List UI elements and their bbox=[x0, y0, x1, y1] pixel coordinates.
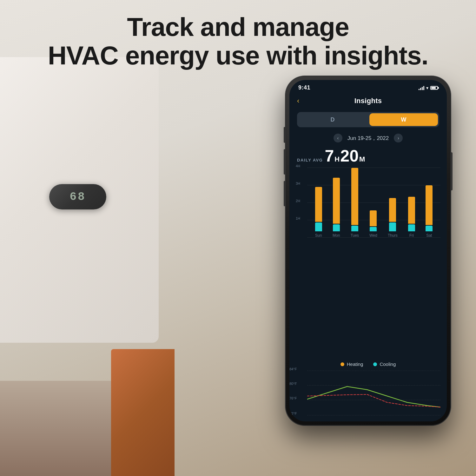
daily-avg-label: DAILY AVG bbox=[297, 158, 323, 162]
bar-cooling-sun bbox=[315, 222, 322, 231]
chart-legend: Heating Cooling bbox=[289, 358, 447, 371]
bar-label-wed: Wed bbox=[369, 233, 377, 238]
bar-heating-tues bbox=[351, 168, 358, 225]
heading-line2: HVAC energy use with insights. bbox=[48, 41, 428, 70]
legend-cooling: Cooling bbox=[373, 361, 396, 367]
battery-icon bbox=[430, 86, 438, 90]
bar-thurs: Thurs bbox=[388, 198, 398, 238]
bar-heating-thurs bbox=[389, 198, 396, 222]
bar-heating-fri bbox=[408, 197, 415, 224]
phone-button-volume-up bbox=[284, 149, 285, 175]
bar-fri: Fri bbox=[408, 197, 415, 238]
temp-chart-lines bbox=[307, 371, 440, 415]
phone-button-volume-down bbox=[284, 181, 285, 206]
bar-heating-sat bbox=[426, 185, 433, 225]
phone-body: 9:41 ▾ ‹ bbox=[286, 76, 451, 425]
bar-label-sat: Sat bbox=[426, 233, 432, 238]
bar-sat: Sat bbox=[426, 185, 433, 238]
daily-average: DAILY AVG 7 H 20 M bbox=[289, 146, 447, 168]
bar-sun: Sun bbox=[315, 187, 322, 238]
main-heading: Track and manage HVAC energy use with in… bbox=[0, 13, 476, 70]
bar-chart-container: 4H 3H 2H 1H bbox=[289, 168, 447, 358]
wifi-icon: ▾ bbox=[426, 85, 428, 90]
avg-hours-unit: H bbox=[334, 155, 340, 163]
bar-label-fri: Fri bbox=[409, 233, 414, 238]
status-icons: ▾ bbox=[419, 85, 438, 90]
back-button[interactable]: ‹ bbox=[297, 97, 299, 105]
bar-cooling-thurs bbox=[389, 222, 396, 231]
bar-cooling-sat bbox=[426, 226, 433, 231]
date-prev-button[interactable]: ‹ bbox=[334, 134, 342, 142]
app-content: ‹ Insights D W ‹ Jun 1 bbox=[289, 94, 447, 421]
phone-button-power bbox=[451, 152, 453, 190]
heating-label: Heating bbox=[347, 361, 363, 367]
bar-label-tues: Tues bbox=[351, 233, 359, 238]
legend-heating: Heating bbox=[340, 361, 363, 367]
cooling-dot bbox=[373, 362, 377, 366]
avg-hours-number: 7 bbox=[325, 148, 334, 164]
tab-week[interactable]: W bbox=[369, 113, 438, 126]
heating-dot bbox=[340, 362, 344, 366]
bar-label-sun: Sun bbox=[315, 233, 322, 238]
phone-button-mute bbox=[284, 127, 285, 143]
bar-cooling-tues bbox=[351, 226, 358, 231]
period-toggle: D W bbox=[297, 112, 439, 127]
bar-chart: 4H 3H 2H 1H bbox=[296, 168, 440, 250]
thermostat-device: 68 bbox=[49, 184, 106, 209]
bar-tues: Tues bbox=[351, 168, 359, 238]
bar-heating-wed bbox=[370, 210, 377, 226]
avg-minutes-unit: M bbox=[359, 155, 365, 163]
bar-cooling-fri bbox=[408, 224, 415, 231]
app-header: ‹ Insights bbox=[289, 94, 447, 109]
app-title: Insights bbox=[354, 97, 382, 105]
bar-cooling-mon bbox=[333, 224, 340, 231]
thermostat-temperature: 68 bbox=[69, 190, 86, 203]
date-range: Jun 19-25，2022 bbox=[347, 135, 389, 142]
tab-day[interactable]: D bbox=[298, 113, 367, 126]
phone-notch bbox=[346, 80, 390, 89]
bar-cooling-wed bbox=[370, 227, 377, 231]
phone-screen: 9:41 ▾ ‹ bbox=[289, 80, 447, 421]
bar-heating-sun bbox=[315, 187, 322, 222]
date-navigation: ‹ Jun 19-25，2022 › bbox=[289, 132, 447, 146]
daily-avg-value: 7 H 20 M bbox=[325, 148, 365, 164]
bars-area: Sun Mon bbox=[307, 168, 440, 238]
date-next-button[interactable]: › bbox=[394, 134, 403, 142]
bar-mon: Mon bbox=[333, 178, 340, 238]
status-time: 9:41 bbox=[298, 84, 310, 91]
bar-wed: Wed bbox=[369, 210, 377, 238]
bar-heating-mon bbox=[333, 178, 340, 224]
avg-minutes-number: 20 bbox=[340, 148, 359, 164]
signal-icon bbox=[419, 86, 424, 90]
bar-label-mon: Mon bbox=[333, 233, 340, 238]
bar-label-thurs: Thurs bbox=[388, 233, 398, 238]
temp-chart: 84°F 80°F 76°F 72°F bbox=[289, 371, 447, 421]
cooling-label: Cooling bbox=[380, 361, 396, 367]
phone-wrapper: 9:41 ▾ ‹ bbox=[286, 76, 451, 425]
wood-detail bbox=[111, 349, 175, 476]
heading-line1: Track and manage bbox=[127, 12, 349, 41]
